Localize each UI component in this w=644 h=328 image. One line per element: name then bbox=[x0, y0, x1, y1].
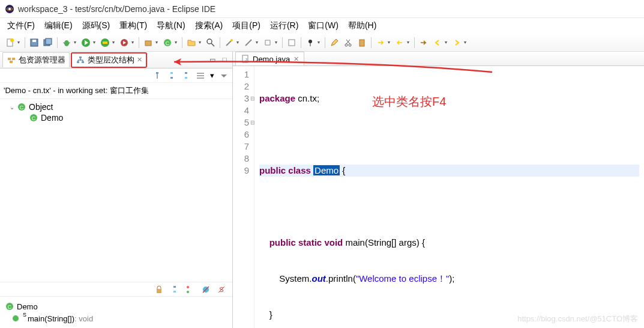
show-subtype-icon[interactable] bbox=[181, 71, 191, 80]
show-type-hierarchy-icon[interactable] bbox=[152, 71, 162, 80]
dropdown-icon[interactable]: ▾ bbox=[93, 40, 98, 45]
toggle2-button[interactable] bbox=[242, 36, 255, 49]
dropdown-icon[interactable]: ▾ bbox=[155, 40, 160, 45]
svg-point-19 bbox=[207, 39, 212, 44]
new-package-button[interactable] bbox=[142, 36, 155, 49]
save-button[interactable] bbox=[28, 36, 41, 49]
editor-panel: J Demo.java ✕ 1 2 3 4 5 6 7 8 9 package … bbox=[233, 52, 644, 328]
coverage-icon bbox=[100, 38, 110, 47]
menu-window[interactable]: 窗口(W) bbox=[303, 19, 343, 32]
tab-type-hierarchy[interactable]: 类型层次结构 ✕ bbox=[71, 52, 147, 68]
save-all-button[interactable] bbox=[41, 36, 55, 49]
svg-text:C: C bbox=[20, 105, 24, 111]
tab-package-explorer[interactable]: 包资源管理器 bbox=[2, 52, 70, 67]
dropdown-icon[interactable]: ▾ bbox=[199, 40, 203, 45]
minimize-icon[interactable]: ▭ bbox=[208, 56, 217, 64]
search-button[interactable] bbox=[204, 36, 217, 49]
selected-class-name[interactable]: Demo bbox=[313, 165, 340, 175]
tab-label: Demo.java bbox=[253, 55, 290, 64]
menu-help[interactable]: 帮助(H) bbox=[343, 19, 381, 32]
dropdown-icon[interactable]: ▾ bbox=[317, 40, 322, 45]
new-class-button[interactable]: C bbox=[161, 36, 174, 49]
history-icon[interactable] bbox=[196, 71, 205, 80]
toggle3-button[interactable] bbox=[261, 36, 274, 49]
menu-edit[interactable]: 编辑(E) bbox=[40, 19, 77, 32]
dropdown-icon[interactable]: ▾ bbox=[131, 40, 136, 45]
cut-button[interactable] bbox=[342, 36, 355, 49]
close-icon[interactable]: ✕ bbox=[293, 55, 299, 63]
show-inherited-icon[interactable] bbox=[170, 285, 179, 294]
svg-rect-29 bbox=[360, 40, 364, 46]
dropdown-icon[interactable]: ▾ bbox=[275, 40, 280, 45]
code-editor[interactable]: 1 2 3 4 5 6 7 8 9 package cn.tx; public … bbox=[233, 66, 644, 328]
close-icon[interactable]: ✕ bbox=[137, 56, 142, 64]
paste-button[interactable] bbox=[355, 36, 369, 49]
open-type-button[interactable] bbox=[185, 36, 198, 49]
tree-row-object[interactable]: ⌄ C Object bbox=[5, 102, 227, 112]
dropdown-icon[interactable]: ▾ bbox=[388, 40, 393, 45]
members-view: C Demo S main(String[]) : void bbox=[0, 296, 232, 328]
run-last-icon bbox=[119, 38, 129, 47]
show-supertype-icon[interactable] bbox=[167, 71, 176, 80]
menu-run[interactable]: 运行(R) bbox=[265, 19, 303, 32]
forward-icon bbox=[452, 38, 462, 47]
member-class[interactable]: C Demo bbox=[5, 300, 227, 312]
hide-fields-icon[interactable] bbox=[201, 285, 211, 294]
dropdown-icon[interactable]: ▾ bbox=[74, 40, 79, 45]
svg-rect-40 bbox=[185, 77, 187, 79]
method-name: main(String[]) bbox=[28, 314, 74, 323]
dropdown-icon[interactable]: ▾ bbox=[175, 40, 179, 45]
editor-tab-demo[interactable]: J Demo.java ✕ bbox=[235, 52, 304, 65]
dropdown-icon[interactable]: ▾ bbox=[210, 71, 214, 80]
code-content[interactable]: package cn.tx; public class Demo { publi… bbox=[254, 66, 644, 328]
toggle-button[interactable] bbox=[223, 36, 236, 49]
left-tabs: 包资源管理器 类型层次结构 ✕ ▭ □ bbox=[0, 52, 232, 68]
next-annotation-button[interactable] bbox=[374, 36, 387, 49]
editor-tabs: J Demo.java ✕ bbox=[233, 52, 644, 66]
dropdown-icon[interactable]: ▾ bbox=[407, 40, 412, 45]
package-explorer-icon bbox=[7, 55, 16, 65]
line-gutter: 1 2 3 4 5 6 7 8 9 bbox=[233, 66, 254, 328]
scissors-icon bbox=[343, 38, 353, 47]
collapse-icon[interactable]: ⌄ bbox=[10, 104, 17, 111]
menu-source[interactable]: 源码(S) bbox=[77, 19, 115, 32]
dropdown-icon[interactable]: ▾ bbox=[464, 40, 469, 45]
edit-button[interactable] bbox=[328, 36, 341, 49]
dropdown-icon[interactable]: ▾ bbox=[112, 40, 117, 45]
svg-rect-6 bbox=[32, 40, 36, 42]
view-menu-icon[interactable] bbox=[219, 71, 229, 80]
last-edit-button[interactable] bbox=[417, 36, 430, 49]
open-task-button[interactable] bbox=[285, 36, 298, 49]
pin-button[interactable] bbox=[304, 36, 317, 49]
svg-point-22 bbox=[230, 39, 233, 41]
run-icon bbox=[81, 38, 91, 47]
dropdown-icon[interactable]: ▾ bbox=[256, 40, 260, 45]
separator bbox=[325, 37, 325, 48]
menu-project[interactable]: 项目(P) bbox=[227, 19, 265, 32]
menu-search[interactable]: 搜索(A) bbox=[190, 19, 228, 32]
menu-navigate[interactable]: 导航(N) bbox=[152, 19, 190, 32]
dropdown-icon[interactable]: ▾ bbox=[236, 40, 241, 45]
maximize-icon[interactable]: □ bbox=[220, 56, 229, 64]
dropdown-icon[interactable]: ▾ bbox=[445, 40, 450, 45]
dropdown-icon[interactable]: ▾ bbox=[17, 40, 22, 45]
prev-annotation-button[interactable] bbox=[393, 36, 406, 49]
menu-file[interactable]: 文件(F) bbox=[2, 19, 40, 32]
hide-static-icon[interactable]: S bbox=[217, 285, 226, 294]
run-last-button[interactable] bbox=[118, 36, 131, 49]
debug-button[interactable] bbox=[60, 36, 73, 49]
run-button[interactable] bbox=[79, 36, 92, 49]
menu-refactor[interactable]: 重构(T) bbox=[115, 19, 152, 32]
back-button[interactable] bbox=[431, 36, 444, 49]
hierarchy-info: 'Demo - cn.tx' - in working set: 窗口工作集 bbox=[0, 83, 232, 99]
lock-icon[interactable] bbox=[154, 285, 164, 294]
forward-button[interactable] bbox=[450, 36, 463, 49]
coverage-button[interactable] bbox=[98, 36, 112, 49]
tree-row-demo[interactable]: C Demo bbox=[5, 112, 227, 123]
next-icon bbox=[376, 38, 385, 47]
sort-icon[interactable] bbox=[185, 285, 195, 294]
new-button[interactable] bbox=[4, 36, 17, 49]
svg-line-23 bbox=[245, 40, 251, 46]
svg-point-59 bbox=[13, 315, 19, 321]
member-method[interactable]: S main(String[]) : void bbox=[5, 312, 227, 324]
